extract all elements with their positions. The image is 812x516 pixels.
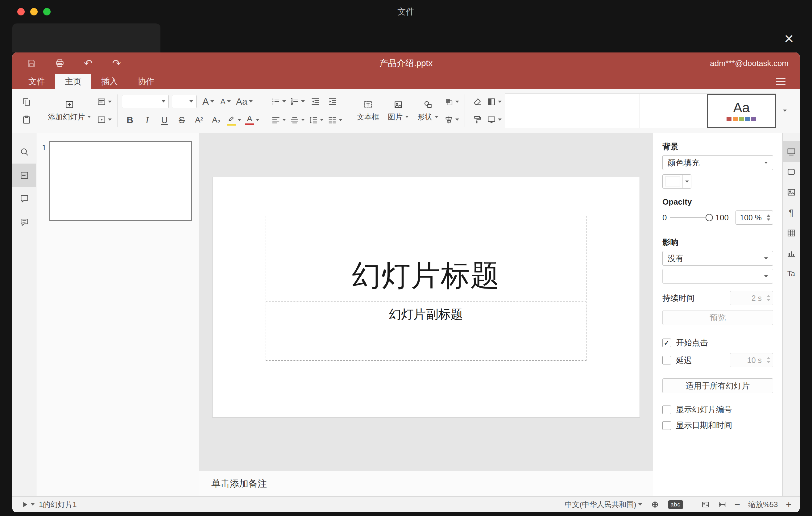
insert-shape-button[interactable]: 形状 <box>413 93 443 128</box>
delay-checkbox[interactable] <box>662 356 671 365</box>
delay-spinner[interactable]: 10 s <box>730 353 773 367</box>
font-color-button[interactable]: A <box>244 112 261 128</box>
slide[interactable]: 幻灯片标题 幻灯片副标题 <box>212 177 640 417</box>
menu-hamburger-button[interactable] <box>774 76 787 87</box>
paragraph-settings-button[interactable]: ¶ <box>783 202 800 223</box>
zoom-in-button[interactable]: + <box>786 500 792 510</box>
apply-to-all-slides-button[interactable]: 适用于所有幻灯片 <box>662 378 773 393</box>
effect-select[interactable]: 没有 <box>662 251 773 266</box>
copy-style-button[interactable] <box>469 112 485 128</box>
theme-option[interactable] <box>572 94 640 128</box>
chart-settings-button[interactable] <box>783 243 800 263</box>
spinner-down-icon[interactable] <box>767 361 770 363</box>
find-button[interactable] <box>12 140 36 164</box>
copy-button[interactable] <box>19 94 34 110</box>
comments-button[interactable] <box>12 187 36 210</box>
underline-button[interactable]: U <box>156 112 172 128</box>
spellcheck-button[interactable]: abc <box>668 500 683 509</box>
decrease-font-button[interactable]: A <box>218 93 234 110</box>
bold-button[interactable]: B <box>122 112 138 128</box>
opacity-spinner[interactable]: 100 % <box>735 210 773 225</box>
tab-file[interactable]: 文件 <box>19 74 55 89</box>
highlight-color-button[interactable] <box>226 112 242 128</box>
decrease-indent-button[interactable] <box>307 93 323 110</box>
tab-home[interactable]: 主页 <box>55 74 91 89</box>
background-color-select[interactable] <box>662 174 691 189</box>
opacity-slider[interactable] <box>670 217 712 218</box>
slide-thumbnail[interactable] <box>49 141 192 221</box>
paste-button[interactable] <box>19 112 34 128</box>
insert-image-button[interactable]: 图片 <box>383 93 413 128</box>
effect-option-select[interactable] <box>662 269 773 284</box>
italic-button[interactable]: I <box>139 112 155 128</box>
font-name-select[interactable] <box>122 95 169 108</box>
close-editor-button[interactable]: ✕ <box>784 33 794 45</box>
align-shape-button[interactable] <box>443 112 460 128</box>
change-case-button[interactable]: Aa <box>235 93 254 110</box>
numbering-button[interactable] <box>288 93 306 110</box>
superscript-button[interactable]: A² <box>191 112 207 128</box>
shape-settings-button[interactable] <box>783 162 800 182</box>
editing-canvas[interactable]: 幻灯片标题 幻灯片副标题 <box>199 133 653 471</box>
theme-option[interactable] <box>640 94 707 128</box>
spinner-up-icon[interactable] <box>767 214 770 217</box>
vertical-align-button[interactable] <box>288 112 306 128</box>
fit-to-slide-button[interactable] <box>701 500 710 509</box>
slide-layout-button[interactable] <box>95 94 113 110</box>
theme-gallery-expand-button[interactable] <box>776 93 793 128</box>
paint-roller-icon <box>472 115 482 125</box>
clear-style-button[interactable] <box>469 94 485 110</box>
show-slide-number-checkbox[interactable] <box>662 405 671 414</box>
increase-indent-button[interactable] <box>324 93 341 110</box>
add-slide-button[interactable]: 添加幻灯片 <box>44 93 95 128</box>
set-language-button[interactable] <box>651 500 659 509</box>
start-slideshow-button[interactable] <box>95 112 113 128</box>
subscript-button[interactable]: A₂ <box>208 112 224 128</box>
spinner-up-icon[interactable] <box>767 357 770 359</box>
theme-option[interactable] <box>505 94 572 128</box>
increase-font-button[interactable]: A <box>200 93 216 110</box>
strikeout-button[interactable]: S <box>174 112 190 128</box>
arrange-shape-button[interactable] <box>443 94 460 110</box>
columns-button[interactable] <box>326 112 344 128</box>
duration-spinner[interactable]: 2 s <box>730 291 773 305</box>
language-select[interactable]: 中文(中华人民共和国) <box>565 500 642 510</box>
save-button[interactable] <box>24 55 39 71</box>
insert-textbox-button[interactable]: 文本框 <box>353 93 383 128</box>
spinner-down-icon[interactable] <box>767 219 770 221</box>
start-slideshow-status-button[interactable] <box>20 500 34 509</box>
color-scheme-button[interactable] <box>485 94 503 110</box>
preview-button[interactable]: 预览 <box>662 310 773 325</box>
redo-button[interactable]: ↷ <box>109 55 125 71</box>
slides-panel-button[interactable] <box>12 164 36 187</box>
tab-insert[interactable]: 插入 <box>91 74 128 89</box>
table-settings-button[interactable] <box>783 223 800 243</box>
show-date-time-checkbox[interactable] <box>662 421 671 430</box>
spinner-down-icon[interactable] <box>767 299 770 301</box>
start-on-click-checkbox[interactable]: ✓ <box>662 339 671 347</box>
line-spacing-button[interactable] <box>307 112 325 128</box>
theme-option-selected[interactable]: Aa <box>707 94 776 128</box>
slide-subtitle-placeholder[interactable]: 幻灯片副标题 <box>266 302 586 361</box>
zoom-traffic-button[interactable] <box>43 8 51 16</box>
bullets-button[interactable] <box>270 93 287 110</box>
chat-button[interactable] <box>12 210 36 234</box>
print-button[interactable] <box>52 55 68 71</box>
spinner-up-icon[interactable] <box>767 295 770 297</box>
close-traffic-button[interactable] <box>17 8 25 16</box>
opacity-slider-knob[interactable] <box>705 214 713 221</box>
slide-title-placeholder[interactable]: 幻灯片标题 <box>266 216 586 300</box>
minimize-traffic-button[interactable] <box>30 8 38 16</box>
slide-settings-button[interactable] <box>783 141 800 162</box>
horizontal-align-button[interactable] <box>270 112 287 128</box>
slide-size-button[interactable] <box>485 112 503 128</box>
background-fill-select[interactable]: 颜色填充 <box>662 155 773 170</box>
tab-collaboration[interactable]: 协作 <box>128 74 164 89</box>
fit-to-width-button[interactable] <box>718 500 727 509</box>
font-size-select[interactable] <box>172 95 197 108</box>
notes-area[interactable]: 单击添加备注 <box>199 471 653 496</box>
undo-button[interactable]: ↶ <box>80 55 96 71</box>
textart-settings-button[interactable]: Ta <box>783 263 800 284</box>
zoom-out-button[interactable]: − <box>734 500 741 510</box>
image-settings-button[interactable] <box>783 182 800 202</box>
